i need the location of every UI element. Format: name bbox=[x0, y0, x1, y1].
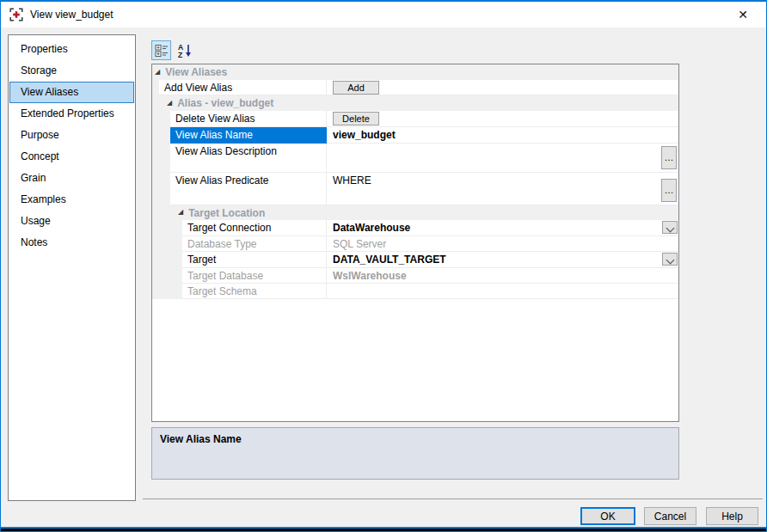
property-row-database-type: Database Type SQL Server bbox=[152, 236, 678, 252]
row-gutter bbox=[152, 173, 170, 205]
help-button[interactable]: Help bbox=[706, 507, 758, 525]
sidebar-item-view-aliases[interactable]: View Aliases bbox=[9, 82, 134, 103]
sidebar-item-purpose[interactable]: Purpose bbox=[9, 125, 134, 146]
property-row-view-alias-predicate[interactable]: View Alias Predicate WHERE … bbox=[152, 173, 678, 205]
categorized-view-button[interactable] bbox=[151, 40, 171, 60]
sidebar-item-usage[interactable]: Usage bbox=[9, 211, 134, 232]
property-label: View Alias Description bbox=[175, 145, 277, 157]
delete-button[interactable]: Delete bbox=[333, 112, 379, 125]
predicate-ellipsis-button[interactable]: … bbox=[661, 179, 677, 202]
close-button[interactable]: ✕ bbox=[725, 2, 761, 28]
property-grid: ◢ View Aliases Add View Alias Add ◢ Alia… bbox=[151, 64, 679, 422]
collapse-triangle-icon: ◢ bbox=[167, 99, 172, 107]
property-label: Delete View Alias bbox=[175, 113, 255, 125]
view-object-icon bbox=[9, 8, 23, 21]
property-label: Target Connection bbox=[187, 222, 271, 234]
description-ellipsis-button[interactable]: … bbox=[661, 146, 677, 169]
target-value[interactable]: DATA_VAULT_TARGET bbox=[333, 254, 446, 266]
dialog-window: View view_budget ✕ Properties Storage Vi… bbox=[0, 0, 767, 532]
category-label: View Aliases bbox=[165, 66, 227, 78]
property-row-delete-view-alias[interactable]: Delete View Alias Delete bbox=[152, 111, 678, 127]
property-row-target-connection[interactable]: Target Connection DataWarehouse bbox=[152, 220, 678, 236]
property-label: View Alias Predicate bbox=[175, 174, 269, 187]
window-title: View view_budget bbox=[30, 9, 114, 21]
property-row-view-alias-name[interactable]: View Alias Name view_budget bbox=[152, 127, 678, 144]
row-gutter bbox=[152, 236, 182, 252]
view-alias-name-value[interactable]: view_budget bbox=[333, 129, 396, 141]
row-gutter bbox=[152, 220, 182, 236]
category-label: Alias - view_budget bbox=[177, 97, 273, 109]
property-label: View Alias Name bbox=[175, 129, 253, 141]
property-label: Target Database bbox=[187, 270, 263, 282]
title-bar: View view_budget ✕ bbox=[1, 2, 766, 28]
chevron-down-icon bbox=[666, 224, 675, 233]
category-view-aliases[interactable]: ◢ View Aliases bbox=[152, 64, 678, 80]
target-dropdown-button[interactable] bbox=[662, 253, 678, 266]
target-connection-dropdown-button[interactable] bbox=[662, 221, 678, 234]
row-gutter bbox=[152, 127, 170, 144]
sidebar-list: Properties Storage View Aliases Extended… bbox=[8, 34, 136, 501]
property-row-target-schema: Target Schema bbox=[152, 284, 678, 299]
row-gutter bbox=[152, 252, 182, 268]
alphabetical-sort-icon: A Z bbox=[177, 43, 193, 58]
chevron-down-icon bbox=[666, 256, 675, 265]
ok-button[interactable]: OK bbox=[580, 507, 635, 525]
target-database-value: WslWarehouse bbox=[333, 270, 407, 282]
row-gutter bbox=[152, 111, 170, 127]
sidebar-item-extended-properties[interactable]: Extended Properties bbox=[9, 103, 134, 125]
database-type-value: SQL Server bbox=[333, 238, 386, 250]
alphabetical-sort-button[interactable]: A Z bbox=[175, 40, 194, 60]
row-gutter bbox=[152, 144, 170, 173]
sidebar-item-storage[interactable]: Storage bbox=[9, 60, 134, 82]
property-row-view-alias-description[interactable]: View Alias Description … bbox=[152, 144, 678, 173]
cancel-button[interactable]: Cancel bbox=[644, 507, 696, 525]
sidebar-item-grain[interactable]: Grain bbox=[9, 168, 134, 189]
property-label: Target Schema bbox=[187, 285, 257, 297]
sidebar-item-examples[interactable]: Examples bbox=[9, 189, 134, 211]
footer-separator bbox=[143, 498, 763, 499]
property-row-add-view-alias[interactable]: Add View Alias Add bbox=[152, 80, 678, 95]
svg-text:Z: Z bbox=[178, 51, 182, 58]
property-label: Add View Alias bbox=[164, 82, 232, 94]
category-alias-view-budget[interactable]: ◢ Alias - view_budget bbox=[152, 95, 678, 111]
property-row-target-database: Target Database WslWarehouse bbox=[152, 268, 678, 284]
target-connection-value[interactable]: DataWarehouse bbox=[333, 222, 410, 234]
category-label: Target Location bbox=[188, 207, 265, 219]
description-panel-title: View Alias Name bbox=[160, 433, 671, 445]
row-gutter bbox=[152, 80, 159, 95]
property-label: Database Type bbox=[187, 238, 257, 250]
categorized-icon bbox=[155, 44, 169, 58]
row-gutter bbox=[152, 284, 182, 299]
sidebar-item-properties[interactable]: Properties bbox=[9, 39, 134, 60]
add-button[interactable]: Add bbox=[333, 81, 379, 95]
close-icon: ✕ bbox=[738, 8, 748, 21]
sidebar-item-concept[interactable]: Concept bbox=[9, 146, 134, 168]
collapse-triangle-icon: ◢ bbox=[178, 208, 183, 216]
collapse-triangle-icon: ◢ bbox=[155, 68, 160, 76]
property-label: Target bbox=[187, 254, 216, 266]
property-row-target[interactable]: Target DATA_VAULT_TARGET bbox=[152, 252, 678, 268]
sidebar-item-notes[interactable]: Notes bbox=[9, 232, 134, 254]
category-target-location[interactable]: ◢ Target Location bbox=[152, 205, 678, 220]
row-gutter bbox=[152, 268, 182, 284]
view-alias-predicate-value[interactable]: WHERE bbox=[333, 174, 371, 187]
grid-empty-area bbox=[152, 299, 678, 421]
description-panel: View Alias Name bbox=[151, 427, 679, 480]
